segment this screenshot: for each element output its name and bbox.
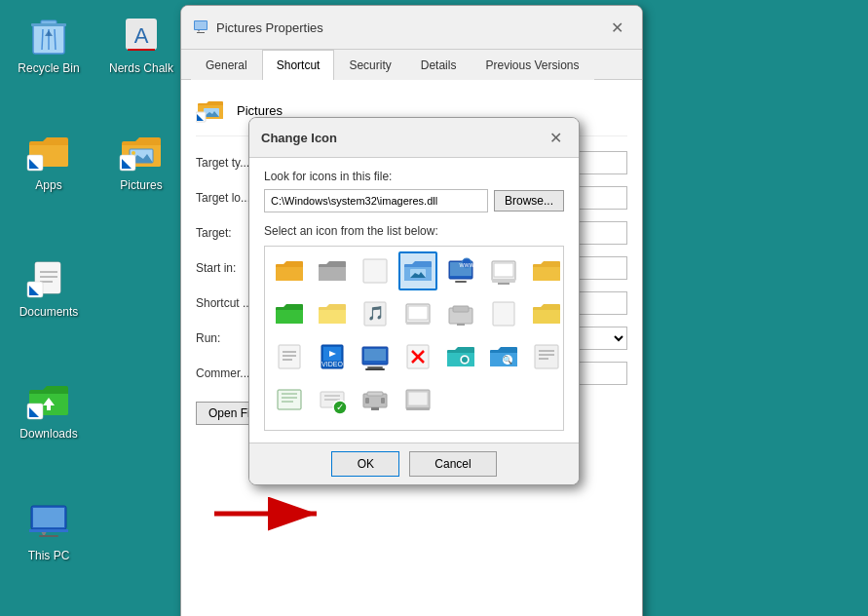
svg-rect-85	[278, 390, 301, 409]
svg-rect-81	[535, 345, 558, 368]
grid-icon-8[interactable]	[313, 294, 352, 333]
grid-icon-21[interactable]	[270, 380, 309, 419]
grid-icon-20[interactable]	[527, 337, 564, 376]
svg-rect-35	[197, 32, 205, 33]
desktop-icon-nerds-chalk[interactable]: A Nerds Chalk	[97, 5, 185, 81]
filepath-row: Browse...	[264, 189, 564, 212]
svg-rect-48	[455, 281, 467, 283]
shortcut-name: Pictures	[237, 103, 283, 118]
change-icon-body: Look for icons in this file: Browse... S…	[249, 158, 579, 443]
svg-rect-56	[408, 306, 428, 320]
tab-security[interactable]: Security	[334, 50, 405, 80]
properties-title-area: Pictures Properties	[193, 19, 323, 35]
browse-button[interactable]: Browse...	[494, 190, 564, 212]
svg-rect-59	[453, 306, 469, 312]
svg-rect-73	[365, 368, 385, 370]
apps-label: Apps	[35, 178, 61, 192]
grid-icon-18[interactable]	[441, 337, 480, 376]
svg-rect-24	[47, 405, 51, 410]
documents-folder-icon	[25, 254, 72, 301]
grid-icon-16[interactable]	[356, 337, 395, 376]
svg-text:✓: ✓	[336, 402, 344, 412]
tab-shortcut[interactable]: Shortcut	[262, 50, 335, 80]
properties-tabs-bar: General Shortcut Security Details Previo…	[181, 50, 642, 80]
grid-icon-3[interactable]	[398, 251, 437, 290]
tab-details[interactable]: Details	[406, 50, 472, 80]
svg-text:A: A	[134, 23, 149, 48]
properties-title-text: Pictures Properties	[216, 20, 323, 35]
desktop-icon-documents[interactable]: Documents	[5, 249, 93, 325]
svg-rect-31	[29, 529, 68, 532]
this-pc-label: This PC	[28, 549, 70, 562]
svg-point-78	[462, 357, 468, 363]
pictures-folder-icon	[118, 128, 165, 174]
grid-icon-0[interactable]	[270, 251, 309, 290]
svg-rect-30	[39, 535, 58, 537]
grid-icon-4[interactable]: www	[441, 251, 480, 290]
svg-rect-71	[364, 349, 386, 361]
grid-icon-23[interactable]	[356, 380, 395, 419]
grid-icon-9[interactable]: 🎵	[356, 294, 395, 333]
tab-general[interactable]: General	[191, 50, 262, 80]
grid-icon-22[interactable]: ✓	[313, 380, 352, 419]
svg-rect-62	[279, 345, 300, 368]
properties-titlebar: Pictures Properties ✕	[181, 6, 642, 50]
svg-rect-50	[494, 263, 513, 277]
look-for-icons-label: Look for icons in this file:	[264, 170, 564, 183]
svg-rect-52	[498, 283, 509, 285]
svg-rect-100	[408, 392, 428, 405]
desktop-icon-downloads[interactable]: Downloads	[5, 370, 93, 446]
svg-rect-33	[195, 21, 207, 29]
svg-rect-96	[371, 407, 379, 410]
change-icon-ok-button[interactable]: OK	[331, 451, 399, 477]
svg-rect-97	[365, 398, 369, 404]
tab-previous-versions[interactable]: Previous Versions	[471, 50, 593, 80]
desktop-icon-recycle-bin[interactable]: Recycle Bin	[5, 5, 93, 81]
grid-icon-2[interactable]	[356, 251, 395, 290]
grid-icon-24[interactable]	[398, 380, 437, 419]
grid-icon-12[interactable]	[484, 294, 523, 333]
pictures-label: Pictures	[120, 178, 162, 192]
documents-label: Documents	[19, 305, 79, 319]
grid-icon-10[interactable]	[398, 294, 437, 333]
nerds-chalk-icon-img: A	[118, 11, 165, 58]
svg-point-13	[132, 151, 135, 155]
grid-icon-1[interactable]	[313, 251, 352, 290]
grid-icon-13[interactable]	[527, 294, 564, 333]
grid-icon-15[interactable]: VIDEO	[313, 337, 352, 376]
svg-line-5	[55, 29, 56, 50]
desktop-icon-apps[interactable]: Apps	[5, 122, 93, 198]
change-icon-title: Change Icon	[261, 131, 337, 145]
svg-text:🔍: 🔍	[503, 355, 512, 365]
svg-rect-51	[492, 279, 515, 283]
grid-icon-11[interactable]	[441, 294, 480, 333]
downloads-label: Downloads	[19, 427, 77, 441]
properties-close-button[interactable]: ✕	[603, 14, 630, 41]
filepath-input[interactable]	[264, 189, 488, 212]
svg-text:www: www	[458, 261, 474, 268]
change-icon-cancel-button[interactable]: Cancel	[409, 451, 496, 477]
change-icon-close-button[interactable]: ✕	[544, 126, 567, 149]
svg-rect-57	[406, 322, 430, 325]
grid-icon-17[interactable]	[398, 337, 437, 376]
svg-rect-28	[33, 508, 64, 527]
desktop-icon-this-pc[interactable]: This PC	[5, 492, 93, 568]
nerds-chalk-label: Nerds Chalk	[109, 61, 173, 75]
svg-text:VIDEO: VIDEO	[321, 361, 343, 367]
svg-rect-61	[493, 302, 514, 326]
recycle-bin-label: Recycle Bin	[18, 61, 79, 75]
grid-icon-5[interactable]	[484, 251, 523, 290]
desktop-icon-pictures[interactable]: Pictures	[97, 122, 185, 198]
this-pc-icon-img	[25, 498, 72, 545]
grid-icon-14[interactable]	[270, 337, 309, 376]
grid-icon-7[interactable]	[270, 294, 309, 333]
grid-icon-6[interactable]	[527, 251, 564, 290]
apps-folder-icon	[25, 128, 72, 174]
svg-marker-34	[198, 30, 200, 32]
shortcut-icon	[196, 95, 227, 126]
svg-rect-101	[406, 407, 430, 410]
select-icon-label: Select an icon from the list below:	[264, 224, 564, 238]
grid-icon-19[interactable]: 🔍	[484, 337, 523, 376]
change-icon-dialog: Change Icon ✕ Look for icons in this fil…	[248, 117, 580, 485]
change-icon-titlebar: Change Icon ✕	[249, 118, 579, 158]
